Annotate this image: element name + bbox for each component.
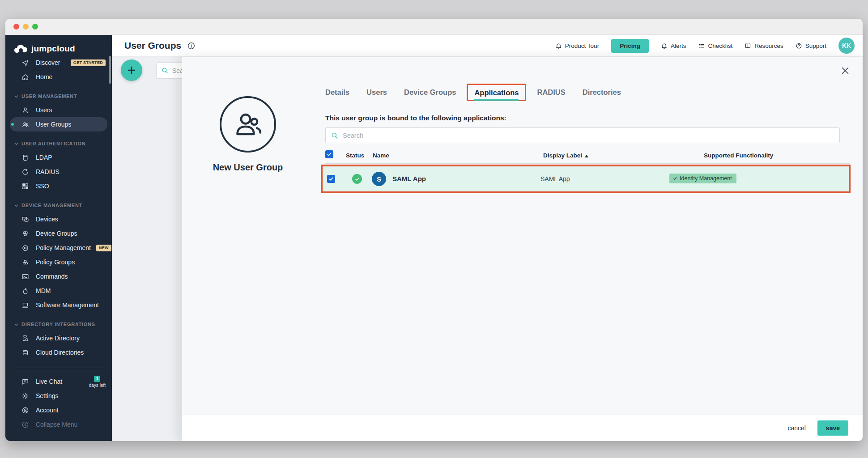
cancel-button[interactable]: cancel bbox=[787, 424, 805, 432]
chevron-down-icon bbox=[14, 142, 18, 146]
sidebar-item-users[interactable]: Users bbox=[5, 103, 112, 117]
chat-icon bbox=[21, 378, 29, 386]
sidebar-item-home[interactable]: Home bbox=[5, 70, 112, 84]
applications-table-header: Status Name Display Label Supported Func… bbox=[325, 148, 850, 164]
radius-icon bbox=[21, 168, 29, 176]
group-name: New User Group bbox=[182, 162, 314, 173]
book-icon bbox=[745, 42, 751, 49]
column-status[interactable]: Status bbox=[346, 152, 364, 159]
sidebar-item-account[interactable]: Account bbox=[5, 403, 112, 417]
sidebar-item-policy-management[interactable]: Policy Management NEW bbox=[5, 241, 112, 255]
save-button[interactable]: save bbox=[817, 420, 848, 436]
sidebar-item-ldap[interactable]: LDAP bbox=[5, 150, 112, 165]
sidebar-item-user-groups[interactable]: User Groups bbox=[10, 117, 107, 131]
support-button[interactable]: Support bbox=[796, 42, 826, 49]
cloud-db-icon bbox=[21, 349, 29, 356]
column-name[interactable]: Name bbox=[373, 152, 389, 159]
resources-button[interactable]: Resources bbox=[745, 42, 783, 49]
account-icon bbox=[21, 407, 29, 414]
column-supported-functionality[interactable]: Supported Functionality bbox=[704, 152, 773, 159]
select-all-checkbox[interactable] bbox=[325, 150, 333, 158]
sidebar-item-live-chat[interactable]: Live Chat 1 days left bbox=[5, 374, 112, 389]
get-started-badge: GET STARTED bbox=[71, 59, 106, 66]
new-badge: NEW bbox=[96, 245, 111, 251]
section-user-authentication[interactable]: USER AUTHENTICATION bbox=[5, 137, 112, 150]
tab-applications[interactable]: Applications bbox=[467, 84, 526, 101]
tab-users[interactable]: Users bbox=[366, 85, 387, 99]
sidebar-item-discover[interactable]: Discover GET STARTED bbox=[5, 55, 112, 70]
tab-radius[interactable]: RADIUS bbox=[537, 85, 565, 99]
table-row-saml-app[interactable]: S SAML App SAML App Identity Management bbox=[321, 165, 851, 193]
column-display-label[interactable]: Display Label bbox=[543, 152, 588, 159]
sort-asc-icon bbox=[585, 155, 588, 157]
close-window-button[interactable] bbox=[13, 24, 19, 30]
database-icon bbox=[21, 154, 29, 161]
trial-days-badge: 1 days left bbox=[89, 376, 106, 388]
sidebar-item-software-management[interactable]: Software Management bbox=[5, 298, 112, 312]
window-titlebar bbox=[5, 19, 863, 35]
plus-icon bbox=[126, 65, 137, 76]
user-avatar[interactable]: KK bbox=[838, 38, 855, 54]
sidebar-item-active-directory[interactable]: Active Directory bbox=[5, 331, 112, 345]
user-icon bbox=[21, 106, 29, 114]
sidebar-item-radius[interactable]: RADIUS bbox=[5, 165, 112, 179]
saml-app-logo: S bbox=[372, 172, 386, 186]
section-user-management[interactable]: USER MANAGEMENT bbox=[5, 89, 112, 103]
chevron-down-icon bbox=[14, 94, 18, 98]
sidebar-scrollbar[interactable] bbox=[109, 56, 111, 84]
sidebar-divider bbox=[13, 368, 104, 368]
sidebar-item-cloud-directories[interactable]: Cloud Directories bbox=[5, 345, 112, 360]
sidebar-item-commands[interactable]: Commands bbox=[5, 269, 112, 284]
terminal-icon bbox=[21, 273, 29, 280]
sidebar-item-mdm[interactable]: MDM bbox=[5, 284, 112, 298]
grid-icon bbox=[21, 182, 29, 190]
sidebar-item-device-groups[interactable]: Device Groups bbox=[5, 226, 112, 241]
section-device-management[interactable]: DEVICE MANAGEMENT bbox=[5, 199, 112, 212]
alerts-button[interactable]: Alerts bbox=[661, 42, 686, 49]
applications-search bbox=[325, 127, 840, 143]
devices-icon bbox=[21, 216, 29, 223]
modal-footer: cancel save bbox=[182, 415, 863, 441]
close-icon[interactable] bbox=[839, 65, 851, 76]
row-checkbox[interactable] bbox=[327, 175, 335, 183]
app-name: SAML App bbox=[392, 175, 426, 182]
add-user-group-button[interactable] bbox=[121, 59, 142, 81]
check-icon bbox=[673, 176, 677, 181]
sidebar-item-settings[interactable]: Settings bbox=[5, 389, 112, 403]
sidebar-item-sso[interactable]: SSO bbox=[5, 179, 112, 193]
info-icon[interactable] bbox=[187, 42, 195, 50]
status-active-icon bbox=[352, 174, 362, 184]
jumpcloud-cloud-icon bbox=[14, 45, 28, 53]
tab-directories[interactable]: Directories bbox=[583, 85, 621, 99]
checklist-icon bbox=[698, 42, 705, 49]
functionality-badge: Identity Management bbox=[669, 174, 736, 183]
search-icon bbox=[161, 67, 169, 74]
page-title: User Groups bbox=[124, 40, 181, 51]
tab-details[interactable]: Details bbox=[325, 85, 349, 99]
search-input[interactable] bbox=[343, 132, 790, 139]
home-icon bbox=[21, 73, 29, 81]
rocket-icon bbox=[21, 59, 29, 67]
user-group-icon bbox=[21, 121, 29, 128]
sidebar: jumpcloud Discover GET STARTED Home bbox=[5, 35, 112, 441]
sidebar-item-devices[interactable]: Devices bbox=[5, 212, 112, 226]
app-header: User Groups Product Tour Pricing Alerts bbox=[112, 35, 863, 57]
pricing-button[interactable]: Pricing bbox=[611, 39, 649, 53]
bell-icon bbox=[661, 42, 668, 49]
sidebar-item-label: Home bbox=[36, 73, 52, 81]
product-tour-button[interactable]: Product Tour bbox=[555, 42, 599, 49]
checklist-button[interactable]: Checklist bbox=[698, 42, 732, 49]
sidebar-item-collapse-menu[interactable]: Collapse Menu bbox=[5, 417, 112, 432]
detail-tabs: Details Users Device Groups Applications… bbox=[325, 84, 621, 101]
tab-device-groups[interactable]: Device Groups bbox=[404, 85, 456, 99]
jumpcloud-logo[interactable]: jumpcloud bbox=[5, 35, 112, 55]
user-group-avatar bbox=[220, 96, 276, 153]
search-icon bbox=[331, 131, 339, 140]
maximize-window-button[interactable] bbox=[32, 24, 38, 30]
apple-icon bbox=[21, 287, 29, 295]
sidebar-item-policy-groups[interactable]: Policy Groups bbox=[5, 255, 112, 269]
minimize-window-button[interactable] bbox=[23, 24, 29, 30]
section-directory-integrations[interactable]: DIRECTORY INTEGRATIONS bbox=[5, 318, 112, 331]
policy-group-icon bbox=[21, 259, 29, 266]
user-group-detail-panel: New User Group Details Users Device Grou… bbox=[182, 57, 863, 441]
